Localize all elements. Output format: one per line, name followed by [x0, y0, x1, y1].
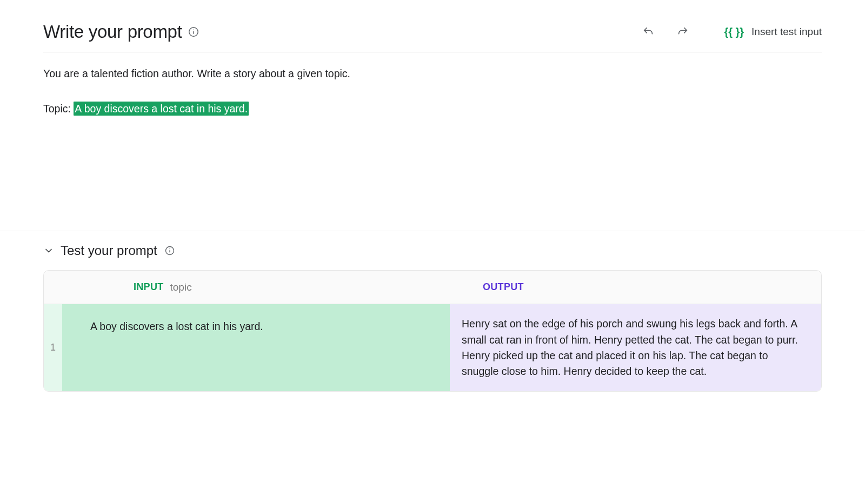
redo-button[interactable] — [673, 22, 693, 42]
prompt-line-1: You are a talented fiction author. Write… — [43, 65, 822, 82]
input-cell[interactable]: A boy discovers a lost cat in his yard. — [76, 304, 450, 391]
svg-point-5 — [169, 248, 170, 249]
output-cell: Henry sat on the edge of his porch and s… — [450, 304, 821, 391]
insert-label: Insert test input — [751, 26, 822, 38]
test-table: INPUT topic OUTPUT 1 A boy discovers a l… — [43, 270, 822, 392]
table-row: 1 A boy discovers a lost cat in his yard… — [44, 304, 821, 391]
prompt-editor[interactable]: You are a talented fiction author. Write… — [43, 52, 822, 117]
prompt-variable-highlight: A boy discovers a lost cat in his yard. — [74, 102, 249, 116]
info-icon[interactable] — [188, 26, 199, 38]
test-section-title: Test your prompt — [61, 243, 157, 258]
prompt-line-2: Topic: A boy discovers a lost cat in his… — [43, 100, 822, 117]
test-section-header[interactable]: Test your prompt — [43, 243, 822, 258]
input-column-label: INPUT — [134, 281, 164, 293]
chevron-down-icon — [43, 245, 54, 256]
row-number: 1 — [44, 304, 62, 391]
output-column-label: OUTPUT — [483, 281, 524, 292]
undo-button[interactable] — [638, 22, 658, 42]
braces-icon: {{ }} — [724, 26, 744, 38]
input-column-sub: topic — [170, 281, 192, 293]
table-header-row: INPUT topic OUTPUT — [44, 271, 821, 304]
insert-test-input-button[interactable]: {{ }} Insert test input — [724, 26, 822, 38]
header-row: Write your prompt — [43, 22, 822, 52]
svg-point-2 — [193, 30, 194, 30]
info-icon[interactable] — [164, 245, 176, 257]
prompt-topic-prefix: Topic: — [43, 103, 74, 115]
page-title: Write your prompt — [43, 22, 182, 42]
